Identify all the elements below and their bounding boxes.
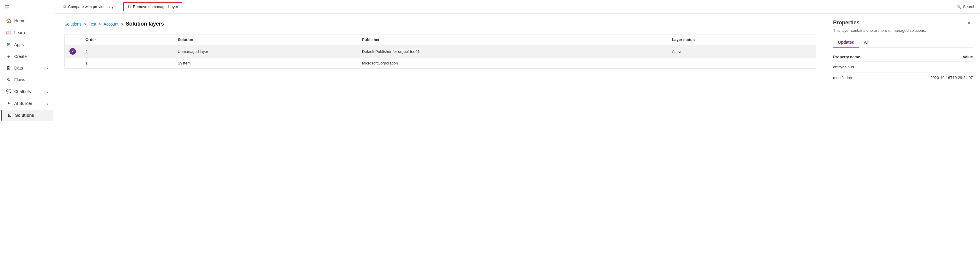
row-1-publisher: Default Publisher for orgbe1fed61 bbox=[357, 45, 667, 58]
sidebar-item-learn-label: Learn bbox=[14, 30, 25, 35]
sidebar-item-apps[interactable]: ⊞ Apps bbox=[1, 39, 53, 50]
sidebar-item-learn[interactable]: 📖 Learn bbox=[1, 27, 53, 38]
properties-title: Properties bbox=[833, 20, 859, 26]
table-row[interactable]: ✓ 2 Unmanaged layer Default Publisher fo… bbox=[65, 45, 816, 58]
table-row[interactable]: 1 System MicrosoftCorporation bbox=[65, 58, 816, 69]
sidebar-item-create[interactable]: + Create bbox=[1, 51, 53, 62]
sidebar-item-home-label: Home bbox=[14, 18, 25, 23]
sidebar-item-solutions-label: Solutions bbox=[15, 113, 34, 118]
row-2-layer-status bbox=[667, 58, 816, 69]
properties-table: Property name Value entityhelpurl modifi… bbox=[833, 52, 973, 83]
row-1-layer-status: Active bbox=[667, 45, 816, 58]
col-header-order: Order bbox=[81, 35, 173, 45]
compare-icon: ⧉ bbox=[64, 5, 66, 9]
row-1-solution: Unmanaged layer bbox=[173, 45, 357, 58]
ai-builder-icon: ✦ bbox=[6, 101, 11, 106]
table-header-row: Order Solution Publisher Layer status bbox=[65, 35, 816, 45]
apps-icon: ⊞ bbox=[6, 42, 11, 47]
hamburger-menu[interactable]: ☰ bbox=[0, 0, 55, 15]
tab-updated[interactable]: Updated bbox=[833, 37, 859, 48]
toolbar: ⧉ Compare with previous layer 🗑 Remove u… bbox=[55, 0, 980, 14]
sidebar-item-data[interactable]: 🗄 Data ∨ bbox=[1, 62, 53, 73]
remove-unmanaged-label: Remove unmanaged layer bbox=[133, 5, 178, 9]
compare-layer-button[interactable]: ⧉ Compare with previous layer bbox=[60, 2, 121, 11]
sidebar-item-home[interactable]: 🏠 Home bbox=[1, 15, 53, 26]
breadcrumb-solutions[interactable]: Solutions bbox=[64, 22, 82, 26]
row-1-order: 2 bbox=[81, 45, 173, 58]
prop-table-header: Property name Value bbox=[833, 52, 973, 62]
solution-layers-table: Order Solution Publisher Layer status ✓ … bbox=[64, 34, 816, 69]
breadcrumb-sep-1: > bbox=[84, 22, 86, 26]
sidebar-item-apps-label: Apps bbox=[14, 42, 24, 47]
content-wrapper: Solutions > Test > Account > Solution la… bbox=[55, 14, 980, 257]
sidebar-item-chatbots[interactable]: 💬 Chatbots ∨ bbox=[1, 86, 53, 97]
breadcrumb-account[interactable]: Account bbox=[103, 22, 119, 26]
breadcrumb-sep-3: > bbox=[121, 22, 123, 26]
row-2-publisher: MicrosoftCorporation bbox=[357, 58, 667, 69]
data-chevron-icon: ∨ bbox=[46, 66, 49, 70]
solutions-icon: ⊡ bbox=[7, 113, 12, 118]
row-1-check-icon: ✓ bbox=[70, 48, 76, 55]
learn-icon: 📖 bbox=[6, 30, 11, 35]
sidebar-item-create-label: Create bbox=[14, 54, 27, 59]
chatbots-chevron-icon: ∨ bbox=[46, 90, 49, 94]
sidebar-item-flows[interactable]: ↻ Flows bbox=[1, 74, 53, 85]
chatbots-icon: 💬 bbox=[6, 89, 11, 94]
prop-row: entityhelpurl bbox=[833, 62, 973, 72]
sidebar: ☰ 🏠 Home 📖 Learn ⊞ Apps + Create 🗄 Data … bbox=[0, 0, 55, 257]
sidebar-item-solutions[interactable]: ⊡ Solutions bbox=[1, 110, 53, 121]
home-icon: 🏠 bbox=[6, 18, 11, 24]
col-header-solution: Solution bbox=[173, 35, 357, 45]
prop-row: modifiedon 2020-10-16T19:29:24:97 bbox=[833, 72, 973, 83]
properties-header: Properties ✕ bbox=[833, 20, 973, 26]
row-1-check-cell: ✓ bbox=[65, 45, 81, 58]
sidebar-item-flows-label: Flows bbox=[14, 77, 25, 82]
prop-value-1 bbox=[888, 62, 973, 72]
properties-subtitle: This layer contains one or more unmanage… bbox=[833, 28, 973, 33]
col-header-publisher: Publisher bbox=[357, 35, 667, 45]
properties-tabs: Updated All bbox=[833, 37, 973, 48]
ai-builder-chevron-icon: ∨ bbox=[46, 102, 49, 105]
breadcrumb-test[interactable]: Test bbox=[89, 22, 97, 26]
sidebar-item-data-label: Data bbox=[14, 65, 23, 70]
prop-col-name: Property name bbox=[833, 52, 888, 62]
sidebar-item-ai-builder-label: AI Builder bbox=[14, 101, 32, 106]
prop-name-1: entityhelpurl bbox=[833, 62, 888, 72]
create-icon: + bbox=[6, 54, 11, 59]
prop-col-value: Value bbox=[888, 52, 973, 62]
row-2-solution: System bbox=[173, 58, 357, 69]
sidebar-item-chatbots-label: Chatbots bbox=[14, 89, 31, 94]
data-icon: 🗄 bbox=[6, 65, 11, 70]
search-area[interactable]: 🔍 Search bbox=[956, 5, 975, 9]
breadcrumb-current: Solution layers bbox=[126, 21, 164, 27]
row-2-order: 1 bbox=[81, 58, 173, 69]
prop-value-2: 2020-10-16T19:29:24:97 bbox=[888, 72, 973, 83]
main-content: Solutions > Test > Account > Solution la… bbox=[55, 14, 826, 257]
search-label: Search bbox=[963, 5, 975, 9]
sidebar-item-ai-builder[interactable]: ✦ AI Builder ∨ bbox=[1, 98, 53, 109]
col-header-check bbox=[65, 35, 81, 45]
main-area: ⧉ Compare with previous layer 🗑 Remove u… bbox=[55, 0, 980, 257]
close-properties-button[interactable]: ✕ bbox=[966, 20, 973, 26]
properties-panel: Properties ✕ This layer contains one or … bbox=[826, 14, 980, 257]
flows-icon: ↻ bbox=[6, 77, 11, 82]
prop-name-2: modifiedon bbox=[833, 72, 888, 83]
remove-unmanaged-layer-button[interactable]: 🗑 Remove unmanaged layer bbox=[123, 2, 182, 11]
breadcrumb: Solutions > Test > Account > Solution la… bbox=[64, 21, 816, 27]
search-icon: 🔍 bbox=[956, 5, 961, 9]
compare-layer-label: Compare with previous layer bbox=[68, 5, 117, 9]
tab-all[interactable]: All bbox=[859, 37, 873, 48]
remove-icon: 🗑 bbox=[127, 5, 131, 9]
col-header-layer-status: Layer status bbox=[667, 35, 816, 45]
row-2-check-cell bbox=[65, 58, 81, 69]
breadcrumb-sep-2: > bbox=[99, 22, 101, 26]
